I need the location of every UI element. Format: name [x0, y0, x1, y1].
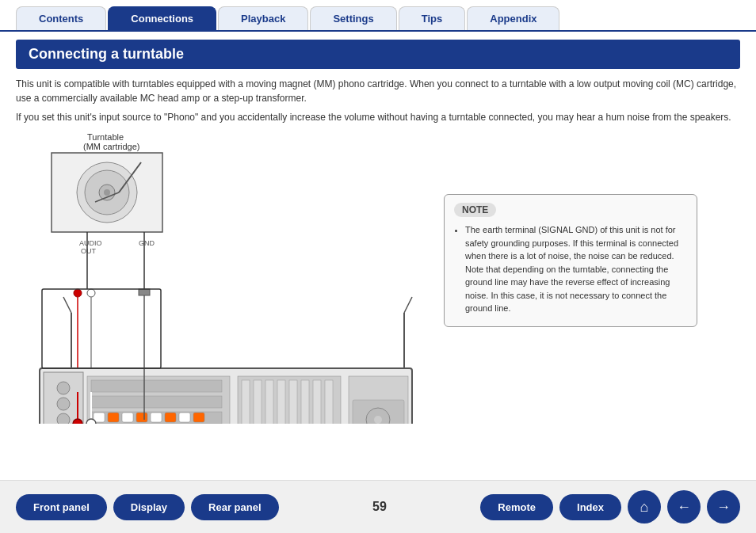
svg-point-23: [57, 398, 70, 410]
back-button[interactable]: ←: [667, 490, 701, 523]
top-navigation: Contents Connections Playback Settings T…: [0, 0, 756, 32]
note-title: NOTE: [454, 203, 496, 217]
forward-button[interactable]: →: [707, 490, 740, 523]
svg-text:OUT: OUT: [81, 247, 97, 255]
home-button[interactable]: ⌂: [628, 490, 661, 523]
connection-diagram: Turntable (MM cartridge): [16, 131, 420, 432]
tab-settings[interactable]: Settings: [310, 6, 396, 30]
bottom-nav-left: Front panel Display Rear panel: [16, 494, 279, 520]
svg-rect-40: [242, 380, 250, 424]
svg-rect-44: [289, 380, 297, 424]
svg-rect-41: [254, 380, 262, 424]
display-button[interactable]: Display: [113, 494, 185, 520]
svg-rect-27: [91, 380, 222, 392]
svg-point-15: [87, 289, 95, 297]
svg-point-24: [57, 413, 70, 424]
page-title: Connecting a turntable: [16, 40, 740, 69]
svg-rect-32: [108, 413, 119, 422]
tab-tips[interactable]: Tips: [399, 6, 466, 30]
remote-button[interactable]: Remote: [480, 494, 553, 520]
intro-text-1: This unit is compatible with turntables …: [16, 77, 740, 105]
svg-point-22: [57, 382, 70, 394]
note-box: NOTE The earth terminal (SIGNAL GND) of …: [444, 194, 697, 327]
svg-rect-28: [91, 396, 222, 408]
bottom-nav-right: Remote Index ⌂ ← →: [480, 490, 740, 523]
svg-rect-42: [265, 380, 273, 424]
content-area: Turntable (MM cartridge): [16, 131, 740, 432]
right-panel: NOTE The earth terminal (SIGNAL GND) of …: [444, 131, 740, 432]
svg-text:GND: GND: [139, 239, 155, 247]
svg-rect-45: [301, 380, 309, 424]
svg-point-51: [374, 416, 382, 424]
svg-text:(MM cartridge): (MM cartridge): [83, 142, 140, 151]
svg-line-53: [404, 297, 412, 313]
bottom-navigation: Front panel Display Rear panel 59 Remote…: [0, 480, 756, 533]
svg-point-6: [104, 189, 110, 196]
svg-rect-37: [179, 413, 190, 422]
intro-text-2: If you set this unit's input source to "…: [16, 110, 740, 124]
svg-rect-43: [277, 380, 285, 424]
svg-rect-46: [313, 380, 321, 424]
tab-contents[interactable]: Contents: [16, 6, 106, 30]
svg-point-14: [74, 289, 82, 297]
svg-rect-47: [325, 380, 333, 424]
svg-rect-16: [139, 289, 150, 295]
main-content: This unit is compatible with turntables …: [0, 69, 756, 440]
svg-rect-34: [136, 413, 147, 422]
note-content: The earth terminal (SIGNAL GND) of this …: [454, 223, 687, 315]
tab-playback[interactable]: Playback: [218, 6, 308, 30]
tab-connections[interactable]: Connections: [108, 6, 216, 30]
diagram-area: Turntable (MM cartridge): [16, 131, 428, 432]
svg-point-57: [86, 419, 96, 424]
svg-rect-35: [151, 413, 162, 422]
svg-point-55: [73, 419, 82, 424]
index-button[interactable]: Index: [559, 494, 621, 520]
page-number: 59: [372, 500, 387, 514]
svg-text:Turntable: Turntable: [87, 132, 124, 142]
svg-rect-36: [165, 413, 176, 422]
front-panel-button[interactable]: Front panel: [16, 494, 107, 520]
rear-panel-button[interactable]: Rear panel: [191, 494, 278, 520]
svg-rect-38: [193, 413, 204, 422]
tab-appendix[interactable]: Appendix: [467, 6, 559, 30]
svg-text:AUDIO: AUDIO: [79, 239, 102, 247]
svg-rect-33: [122, 413, 133, 422]
svg-rect-59: [42, 289, 161, 368]
svg-line-61: [63, 297, 71, 313]
